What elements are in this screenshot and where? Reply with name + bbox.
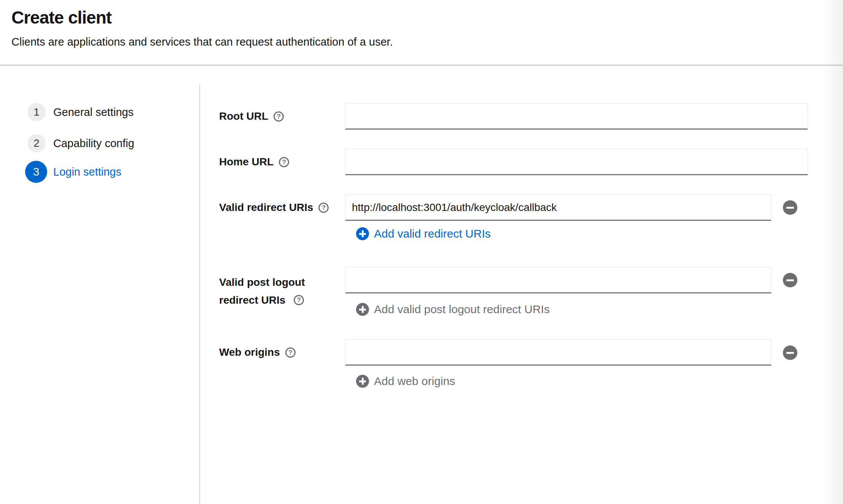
wizard-step-general-settings[interactable]: 1 General settings [27, 103, 134, 121]
add-web-origins-button[interactable]: Add web origins [356, 375, 455, 388]
valid-redirect-uri-input[interactable] [345, 194, 771, 221]
valid-post-logout-redirect-uris-label: Valid post logout redirect URIs [219, 273, 333, 309]
add-valid-post-logout-redirect-uri-button[interactable]: Add valid post logout redirect URIs [356, 303, 550, 316]
remove-web-origin-button[interactable] [783, 346, 797, 360]
remove-valid-post-logout-redirect-uri-button[interactable] [783, 273, 797, 287]
add-valid-redirect-uri-button[interactable]: Add valid redirect URIs [356, 227, 491, 240]
plus-circle-icon [356, 303, 369, 316]
home-url-label-text: Home URL [219, 156, 274, 168]
valid-redirect-uris-label-text: Valid redirect URIs [219, 201, 313, 214]
page-title: Create client [11, 7, 393, 29]
create-client-page: Create client Clients are applications a… [0, 0, 843, 504]
right-edge-scroll-shadow [822, 0, 843, 504]
wizard-step-label: General settings [53, 106, 134, 119]
add-valid-post-logout-label: Add valid post logout redirect URIs [374, 303, 550, 316]
wizard-step-capability-config[interactable]: 2 Capability config [27, 134, 134, 152]
home-url-input[interactable] [345, 149, 808, 175]
root-url-label: Root URL [219, 103, 284, 130]
remove-valid-redirect-uri-button[interactable] [783, 200, 797, 215]
web-origins-label-text: Web origins [219, 346, 280, 358]
add-valid-redirect-uri-label: Add valid redirect URIs [374, 227, 491, 240]
wizard-step-login-settings[interactable]: 3 Login settings [25, 161, 121, 183]
plus-circle-icon [356, 227, 369, 240]
wizard-step-label: Login settings [53, 166, 121, 178]
plus-circle-icon [356, 375, 369, 388]
web-origins-label: Web origins [219, 339, 296, 366]
step-number-badge: 3 [25, 161, 47, 183]
valid-redirect-uris-label: Valid redirect URIs [219, 194, 329, 221]
valid-post-logout-redirect-uri-input[interactable] [345, 267, 771, 293]
valid-post-logout-label-text: Valid post logout redirect URIs [219, 276, 305, 306]
header-divider [0, 65, 843, 66]
wizard-content-divider [199, 84, 200, 504]
step-number-badge: 1 [27, 103, 46, 121]
question-circle-icon[interactable] [294, 295, 304, 305]
root-url-label-text: Root URL [219, 110, 268, 122]
web-origins-input[interactable] [345, 339, 771, 366]
root-url-input[interactable] [345, 103, 808, 130]
page-subtitle: Clients are applications and services th… [11, 35, 393, 49]
question-circle-icon[interactable] [274, 111, 284, 122]
question-circle-icon[interactable] [318, 203, 329, 213]
question-circle-icon[interactable] [285, 347, 296, 358]
home-url-label: Home URL [219, 149, 289, 175]
wizard-step-label: Capability config [53, 137, 134, 150]
step-number-badge: 2 [27, 134, 46, 152]
add-web-origins-label: Add web origins [374, 375, 455, 388]
question-circle-icon[interactable] [279, 157, 289, 167]
page-header: Create client Clients are applications a… [11, 7, 393, 49]
